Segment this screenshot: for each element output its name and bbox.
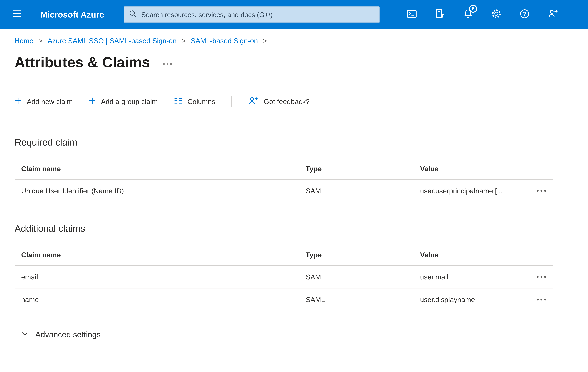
plus-icon bbox=[89, 97, 96, 106]
claim-value-cell: user.displayname bbox=[420, 296, 530, 304]
notification-badge: 6 bbox=[469, 5, 477, 13]
cloud-shell-button[interactable] bbox=[402, 5, 421, 24]
global-search-box bbox=[124, 6, 380, 23]
toolbar-divider bbox=[231, 96, 232, 107]
title-more-button[interactable] bbox=[163, 63, 172, 65]
ellipsis-icon bbox=[163, 63, 172, 65]
hamburger-icon bbox=[12, 10, 22, 19]
claim-value-cell: user.mail bbox=[420, 273, 530, 281]
claim-type-cell: SAML bbox=[306, 296, 420, 304]
claim-value-cell: user.userprincipalname [... bbox=[420, 187, 530, 195]
claim-name-cell: name bbox=[15, 296, 306, 304]
search-icon bbox=[129, 10, 137, 20]
add-group-claim-label: Add a group claim bbox=[101, 97, 158, 106]
help-button[interactable]: ? bbox=[515, 5, 534, 24]
row-context-menu-button[interactable] bbox=[533, 292, 550, 307]
feedback-icon bbox=[248, 95, 259, 108]
help-icon: ? bbox=[519, 8, 530, 21]
claim-type-cell: SAML bbox=[306, 273, 420, 281]
feedback-person-icon bbox=[547, 8, 558, 21]
breadcrumb-link-home[interactable]: Home bbox=[15, 37, 33, 45]
table-row[interactable]: Unique User Identifier (Name ID) SAML us… bbox=[15, 180, 553, 202]
row-context-menu-button[interactable] bbox=[533, 270, 550, 284]
svg-text:?: ? bbox=[523, 11, 526, 17]
breadcrumb-separator: > bbox=[263, 37, 267, 45]
columns-icon bbox=[174, 97, 182, 106]
directory-filter-button[interactable] bbox=[430, 5, 449, 24]
title-row: Attributes & Claims bbox=[15, 53, 588, 72]
hamburger-menu-button[interactable] bbox=[7, 4, 27, 25]
got-feedback-label: Got feedback? bbox=[264, 97, 310, 106]
advanced-settings-label: Advanced settings bbox=[35, 330, 101, 339]
gear-icon bbox=[491, 8, 502, 21]
add-new-claim-button[interactable]: Add new claim bbox=[15, 97, 73, 106]
additional-claims-table: Claim name Type Value email SAML user.ma… bbox=[15, 244, 553, 311]
breadcrumb: Home > Azure SAML SSO | SAML-based Sign-… bbox=[15, 37, 588, 45]
advanced-settings-toggle[interactable]: Advanced settings bbox=[21, 330, 101, 339]
column-header-type: Type bbox=[306, 251, 420, 259]
notifications-button[interactable]: 6 bbox=[459, 5, 478, 24]
search-input[interactable] bbox=[141, 11, 375, 19]
feedback-button[interactable] bbox=[543, 5, 562, 24]
page-content: Home > Azure SAML SSO | SAML-based Sign-… bbox=[0, 37, 588, 367]
settings-button[interactable] bbox=[487, 5, 506, 24]
breadcrumb-link-app[interactable]: Azure SAML SSO | SAML-based Sign-on bbox=[48, 37, 177, 45]
breadcrumb-link-saml-signon[interactable]: SAML-based Sign-on bbox=[191, 37, 258, 45]
breadcrumb-separator: > bbox=[182, 37, 186, 45]
add-group-claim-button[interactable]: Add a group claim bbox=[89, 97, 158, 106]
column-header-value: Value bbox=[420, 165, 530, 173]
column-header-claim-name: Claim name bbox=[15, 251, 306, 259]
page-title: Attributes & Claims bbox=[15, 53, 150, 72]
got-feedback-button[interactable]: Got feedback? bbox=[248, 95, 310, 108]
claim-type-cell: SAML bbox=[306, 187, 420, 195]
plus-icon bbox=[15, 97, 22, 106]
table-header-row: Claim name Type Value bbox=[15, 244, 553, 266]
table-row[interactable]: email SAML user.mail bbox=[15, 266, 553, 288]
column-header-claim-name: Claim name bbox=[15, 165, 306, 173]
row-context-menu-button[interactable] bbox=[533, 184, 550, 198]
additional-claims-heading: Additional claims bbox=[15, 223, 588, 234]
chevron-down-icon bbox=[21, 330, 28, 339]
required-claim-table: Claim name Type Value Unique User Identi… bbox=[15, 158, 553, 202]
top-bar: Microsoft Azure 6 bbox=[0, 0, 588, 29]
breadcrumb-separator: > bbox=[39, 37, 42, 45]
table-header-row: Claim name Type Value bbox=[15, 158, 553, 180]
column-header-type: Type bbox=[306, 165, 420, 173]
table-row[interactable]: name SAML user.displayname bbox=[15, 288, 553, 311]
ellipsis-icon bbox=[537, 276, 546, 278]
claim-name-cell: Unique User Identifier (Name ID) bbox=[15, 187, 306, 195]
columns-button[interactable]: Columns bbox=[174, 97, 215, 106]
brand-title[interactable]: Microsoft Azure bbox=[41, 10, 104, 19]
ellipsis-icon bbox=[537, 190, 546, 192]
column-header-value: Value bbox=[420, 251, 530, 259]
ellipsis-icon bbox=[537, 298, 546, 300]
required-claim-heading: Required claim bbox=[15, 137, 588, 148]
directory-filter-icon bbox=[434, 8, 446, 21]
columns-label: Columns bbox=[188, 97, 215, 106]
add-new-claim-label: Add new claim bbox=[27, 97, 73, 106]
topbar-actions: 6 ? bbox=[398, 5, 567, 24]
cloud-shell-icon bbox=[406, 8, 417, 21]
command-bar: Add new claim Add a group claim Columns … bbox=[15, 95, 588, 116]
claim-name-cell: email bbox=[15, 273, 306, 281]
